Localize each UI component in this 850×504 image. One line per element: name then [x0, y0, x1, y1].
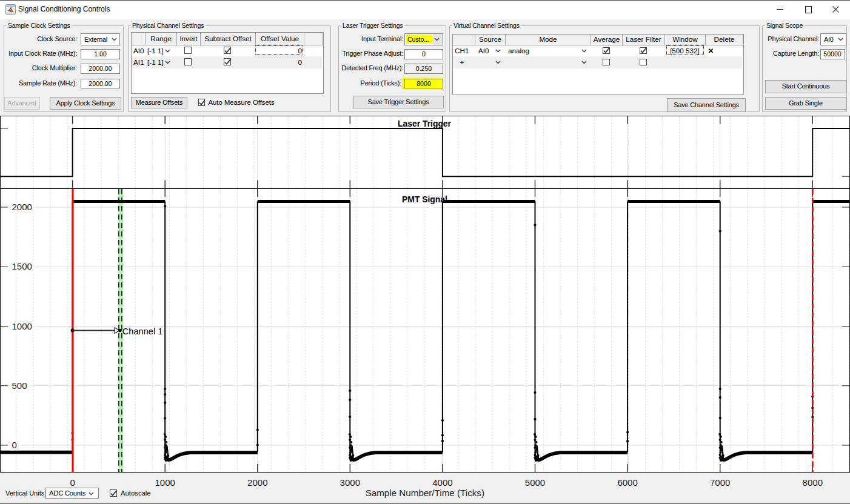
svg-text:Laser Trigger: Laser Trigger: [398, 119, 452, 128]
svg-text:1500: 1500: [12, 261, 32, 271]
svg-text:Channel 1: Channel 1: [122, 327, 163, 336]
svg-text:0: 0: [12, 440, 17, 450]
svg-text:Sample Number/Time (Ticks): Sample Number/Time (Ticks): [366, 488, 484, 498]
svg-text:5000: 5000: [525, 477, 545, 488]
svg-text:0: 0: [70, 477, 75, 488]
svg-text:PMT Signal: PMT Signal: [402, 194, 447, 204]
svg-text:500: 500: [12, 380, 27, 391]
svg-text:2000: 2000: [12, 202, 32, 212]
svg-text:7000: 7000: [710, 477, 730, 488]
svg-text:2000: 2000: [247, 477, 267, 488]
svg-text:1000: 1000: [155, 477, 175, 488]
svg-text:8000: 8000: [803, 477, 823, 488]
svg-text:4000: 4000: [432, 477, 452, 488]
svg-text:1000: 1000: [12, 321, 32, 331]
svg-text:6000: 6000: [617, 477, 637, 488]
svg-text:3000: 3000: [340, 477, 360, 488]
